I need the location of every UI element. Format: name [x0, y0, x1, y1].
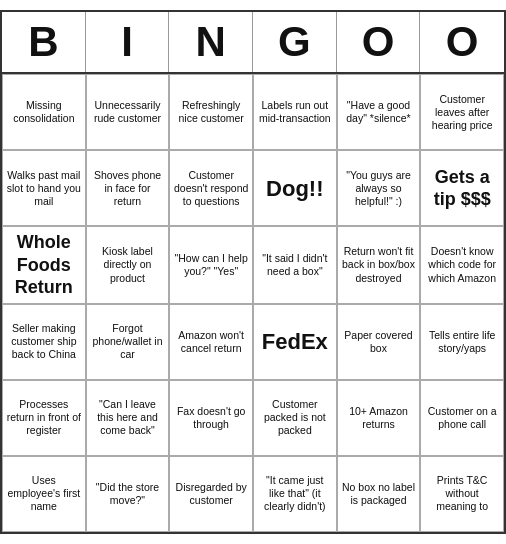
bingo-header: BINGOO: [2, 12, 504, 74]
bingo-cell-2: Refreshingly nice customer: [169, 74, 253, 150]
bingo-letter-b0: B: [2, 12, 86, 72]
bingo-cell-22: Paper covered box: [337, 304, 421, 380]
bingo-card: BINGOO Missing consolidationUnnecessaril…: [0, 10, 506, 534]
bingo-cell-6: Walks past mail slot to hand you mail: [2, 150, 86, 226]
bingo-cell-12: Whole Foods Return: [2, 226, 86, 304]
bingo-cell-16: Return won't fit back in box/box destroy…: [337, 226, 421, 304]
bingo-cell-14: "How can I help you?" "Yes": [169, 226, 253, 304]
bingo-cell-34: No box no label is packaged: [337, 456, 421, 532]
bingo-cell-30: Uses employee's first name: [2, 456, 86, 532]
bingo-cell-15: "It said I didn't need a box": [253, 226, 337, 304]
bingo-cell-27: Customer packed is not packed: [253, 380, 337, 456]
bingo-cell-19: Forgot phone/wallet in car: [86, 304, 170, 380]
bingo-cell-26: Fax doesn't go through: [169, 380, 253, 456]
bingo-cell-5: Customer leaves after hearing price: [420, 74, 504, 150]
bingo-cell-29: Customer on a phone call: [420, 380, 504, 456]
bingo-cell-20: Amazon won't cancel return: [169, 304, 253, 380]
bingo-cell-24: Processes return in front of register: [2, 380, 86, 456]
bingo-cell-8: Customer doesn't respond to questions: [169, 150, 253, 226]
bingo-cell-33: "It came just like that" (it clearly did…: [253, 456, 337, 532]
bingo-cell-28: 10+ Amazon returns: [337, 380, 421, 456]
bingo-cell-11: Gets a tip $$$: [420, 150, 504, 226]
bingo-letter-n2: N: [169, 12, 253, 72]
bingo-cell-17: Doesn't know which code for which Amazon: [420, 226, 504, 304]
bingo-grid: Missing consolidationUnnecessarily rude …: [2, 74, 504, 532]
bingo-cell-25: "Can I leave this here and come back": [86, 380, 170, 456]
bingo-cell-13: Kiosk label directly on product: [86, 226, 170, 304]
bingo-cell-4: "Have a good day" *silence*: [337, 74, 421, 150]
bingo-cell-23: Tells entire life story/yaps: [420, 304, 504, 380]
bingo-letter-i1: I: [86, 12, 170, 72]
bingo-letter-o5: O: [420, 12, 504, 72]
bingo-cell-32: Disregarded by customer: [169, 456, 253, 532]
bingo-cell-3: Labels run out mid-transaction: [253, 74, 337, 150]
bingo-cell-10: "You guys are always so helpful!" :): [337, 150, 421, 226]
bingo-cell-7: Shoves phone in face for return: [86, 150, 170, 226]
bingo-letter-g3: G: [253, 12, 337, 72]
bingo-letter-o4: O: [337, 12, 421, 72]
bingo-cell-31: "Did the store move?": [86, 456, 170, 532]
bingo-cell-0: Missing consolidation: [2, 74, 86, 150]
bingo-cell-21: FedEx: [253, 304, 337, 380]
bingo-cell-18: Seller making customer ship back to Chin…: [2, 304, 86, 380]
bingo-cell-1: Unnecessarily rude customer: [86, 74, 170, 150]
bingo-cell-9: Dog!!: [253, 150, 337, 226]
bingo-cell-35: Prints T&C without meaning to: [420, 456, 504, 532]
